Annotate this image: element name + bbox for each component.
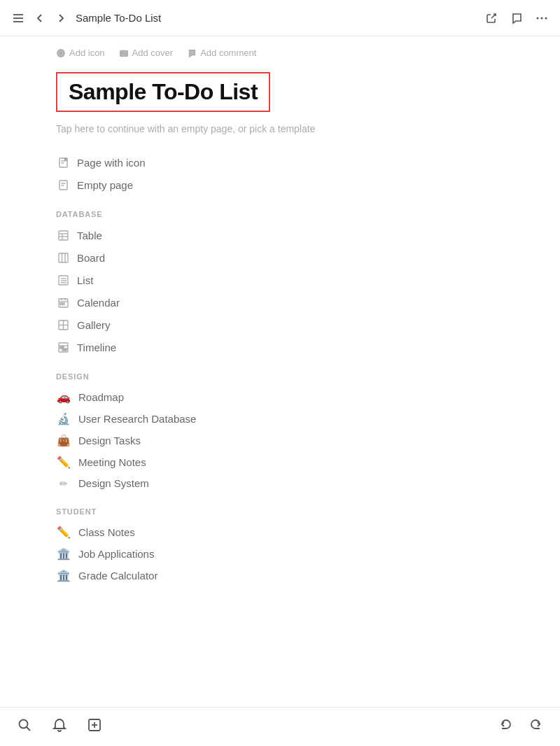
add-icon-button[interactable]: Add icon bbox=[56, 48, 105, 58]
list-label: List bbox=[77, 274, 93, 286]
add-icon-label: Add icon bbox=[69, 48, 105, 58]
board-icon bbox=[56, 251, 70, 265]
comment-icon[interactable] bbox=[510, 11, 524, 25]
meeting-notes-label: Meeting Notes bbox=[78, 456, 146, 468]
more-options-icon[interactable] bbox=[535, 11, 549, 25]
job-applications-icon: 🏛️ bbox=[56, 547, 71, 561]
svg-rect-18 bbox=[59, 231, 68, 240]
table-label: Table bbox=[77, 230, 102, 241]
user-research-icon: 🔬 bbox=[56, 412, 71, 425]
top-navigation: Sample To-Do List bbox=[0, 0, 560, 36]
nav-left: Sample To-Do List bbox=[11, 11, 161, 25]
template-design-system[interactable]: ✏ Design System bbox=[56, 473, 504, 493]
bottom-nav-left bbox=[17, 717, 102, 736]
svg-rect-22 bbox=[59, 253, 68, 262]
back-button[interactable] bbox=[34, 12, 46, 24]
timeline-icon bbox=[56, 340, 70, 354]
roadmap-label: Roadmap bbox=[78, 391, 124, 403]
search-button[interactable] bbox=[17, 717, 32, 736]
gallery-label: Gallery bbox=[77, 319, 111, 331]
svg-rect-33 bbox=[60, 303, 62, 305]
user-research-label: User Research Database bbox=[78, 413, 196, 425]
svg-rect-42 bbox=[62, 349, 66, 351]
page-with-icon-label: Page with icon bbox=[77, 157, 146, 169]
class-notes-icon: ✏️ bbox=[56, 526, 71, 539]
template-gallery[interactable]: Gallery bbox=[56, 314, 504, 336]
meeting-notes-icon: ✏️ bbox=[56, 456, 71, 469]
add-cover-label: Add cover bbox=[132, 48, 174, 58]
grade-calculator-icon: 🏛️ bbox=[56, 569, 71, 582]
design-tasks-icon: 👜 bbox=[56, 434, 71, 447]
calendar-icon bbox=[56, 295, 70, 309]
forward-button[interactable] bbox=[55, 12, 67, 24]
svg-point-3 bbox=[537, 17, 539, 19]
add-cover-button[interactable]: Add cover bbox=[119, 48, 174, 58]
job-applications-label: Job Applications bbox=[78, 548, 154, 560]
nav-right bbox=[484, 11, 549, 25]
share-icon[interactable] bbox=[484, 11, 498, 25]
design-section-label: DESIGN bbox=[56, 372, 504, 381]
svg-line-44 bbox=[27, 727, 30, 731]
template-board[interactable]: Board bbox=[56, 246, 504, 269]
undo-button[interactable] bbox=[498, 717, 514, 736]
template-calendar[interactable]: Calendar bbox=[56, 291, 504, 314]
template-list[interactable]: List bbox=[56, 269, 504, 291]
calendar-label: Calendar bbox=[77, 297, 120, 309]
menu-icon[interactable] bbox=[11, 11, 25, 25]
table-icon bbox=[56, 228, 70, 242]
gallery-icon bbox=[56, 318, 70, 332]
class-notes-label: Class Notes bbox=[78, 526, 135, 538]
grade-calculator-label: Grade Calculator bbox=[78, 570, 158, 582]
design-system-icon: ✏ bbox=[56, 478, 71, 489]
svg-point-5 bbox=[545, 17, 547, 19]
design-tasks-label: Design Tasks bbox=[78, 435, 141, 446]
redo-button[interactable] bbox=[528, 717, 543, 736]
page-title: Sample To-Do List bbox=[69, 79, 258, 105]
bottom-nav-right bbox=[498, 717, 543, 736]
template-design-tasks[interactable]: 👜 Design Tasks bbox=[56, 430, 504, 451]
template-page-with-icon[interactable]: ☺ Page with icon bbox=[56, 151, 504, 174]
page-title-box[interactable]: Sample To-Do List bbox=[56, 72, 270, 112]
template-job-applications[interactable]: 🏛️ Job Applications bbox=[56, 543, 504, 565]
template-user-research[interactable]: 🔬 User Research Database bbox=[56, 408, 504, 430]
empty-page-icon bbox=[56, 178, 70, 192]
compose-button[interactable] bbox=[87, 717, 102, 736]
page-nav-title: Sample To-Do List bbox=[76, 12, 161, 24]
main-content: Add icon Add cover Add comment Sample To… bbox=[0, 36, 560, 707]
template-grade-calculator[interactable]: 🏛️ Grade Calculator bbox=[56, 565, 504, 586]
design-system-label: Design System bbox=[78, 477, 149, 489]
database-section-label: DATABASE bbox=[56, 210, 504, 218]
notifications-button[interactable] bbox=[52, 717, 67, 736]
template-roadmap[interactable]: 🚗 Roadmap bbox=[56, 386, 504, 408]
svg-rect-41 bbox=[60, 346, 64, 348]
empty-page-label: Empty page bbox=[77, 179, 133, 191]
timeline-label: Timeline bbox=[77, 342, 116, 353]
template-timeline[interactable]: Timeline bbox=[56, 336, 504, 358]
add-comment-label: Add comment bbox=[200, 48, 256, 58]
template-class-notes[interactable]: ✏️ Class Notes bbox=[56, 521, 504, 543]
hint-text: Tap here to continue with an empty page,… bbox=[56, 123, 504, 134]
add-comment-button[interactable]: Add comment bbox=[187, 48, 256, 58]
template-meeting-notes[interactable]: ✏️ Meeting Notes bbox=[56, 451, 504, 473]
student-section-label: STUDENT bbox=[56, 507, 504, 516]
roadmap-icon: 🚗 bbox=[56, 390, 71, 404]
toolbar-row: Add icon Add cover Add comment bbox=[56, 36, 504, 64]
list-icon bbox=[56, 273, 70, 287]
svg-point-4 bbox=[541, 17, 543, 19]
svg-rect-34 bbox=[62, 303, 64, 305]
template-table[interactable]: Table bbox=[56, 224, 504, 246]
svg-point-43 bbox=[20, 720, 28, 729]
board-label: Board bbox=[77, 252, 105, 264]
page-with-icon-icon: ☺ bbox=[56, 155, 70, 169]
template-empty-page[interactable]: Empty page bbox=[56, 174, 504, 196]
svg-text:☺: ☺ bbox=[65, 157, 68, 161]
bottom-navigation bbox=[0, 707, 560, 746]
